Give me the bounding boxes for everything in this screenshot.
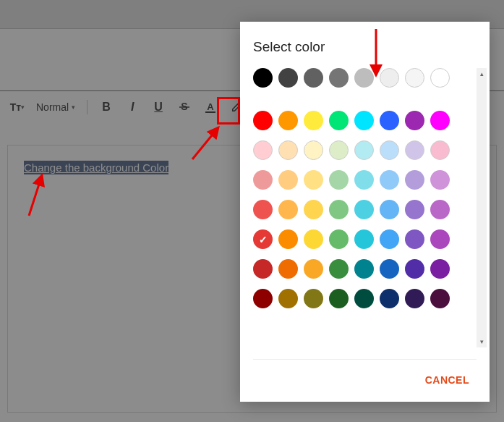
color-swatch[interactable] xyxy=(304,229,323,249)
scroll-track[interactable] xyxy=(477,80,487,336)
color-swatch[interactable] xyxy=(253,289,273,308)
color-swatch[interactable] xyxy=(278,111,298,130)
color-swatch[interactable] xyxy=(278,200,298,219)
color-swatch[interactable] xyxy=(405,259,424,279)
color-swatch[interactable] xyxy=(380,200,399,219)
color-swatch[interactable] xyxy=(329,229,349,249)
color-swatch[interactable] xyxy=(278,289,298,308)
color-swatch[interactable] xyxy=(278,140,298,160)
color-swatch[interactable] xyxy=(354,68,374,88)
color-swatch[interactable] xyxy=(380,229,399,249)
dialog-title: Select color xyxy=(253,39,477,55)
color-swatch[interactable] xyxy=(304,259,323,279)
color-swatch[interactable] xyxy=(354,111,374,130)
color-swatch[interactable] xyxy=(430,259,450,279)
color-picker-dialog: Select color ▴ ▾ CANCEL xyxy=(240,22,490,402)
color-swatch[interactable] xyxy=(278,170,298,190)
color-swatch[interactable] xyxy=(354,140,374,160)
palette-row xyxy=(253,68,477,88)
color-swatch[interactable] xyxy=(354,259,374,279)
color-swatch[interactable] xyxy=(380,170,399,190)
color-swatch[interactable] xyxy=(405,229,424,249)
color-swatch[interactable] xyxy=(253,229,273,249)
color-swatch[interactable] xyxy=(253,111,273,130)
palette-row xyxy=(253,111,477,130)
color-swatch[interactable] xyxy=(329,140,349,160)
color-palette xyxy=(253,68,477,308)
scrollbar[interactable]: ▴ ▾ xyxy=(477,68,487,347)
color-swatch[interactable] xyxy=(430,170,450,190)
scroll-down-button[interactable]: ▾ xyxy=(477,336,487,347)
dialog-footer: CANCEL xyxy=(253,359,477,390)
color-swatch[interactable] xyxy=(253,140,273,160)
color-swatch[interactable] xyxy=(405,111,424,130)
color-swatch[interactable] xyxy=(380,140,399,160)
color-swatch[interactable] xyxy=(430,111,450,130)
color-swatch[interactable] xyxy=(253,170,273,190)
palette-row xyxy=(253,200,477,219)
palette-row xyxy=(253,289,477,308)
color-swatch[interactable] xyxy=(304,289,323,308)
color-swatch[interactable] xyxy=(380,68,399,88)
color-swatch[interactable] xyxy=(329,68,349,88)
color-swatch[interactable] xyxy=(354,289,374,308)
color-swatch[interactable] xyxy=(354,200,374,219)
color-swatch[interactable] xyxy=(304,170,323,190)
palette-row xyxy=(253,229,477,249)
color-swatch[interactable] xyxy=(329,259,349,279)
color-swatch[interactable] xyxy=(430,229,450,249)
color-swatch[interactable] xyxy=(430,200,450,219)
color-swatch[interactable] xyxy=(304,200,323,219)
color-swatch[interactable] xyxy=(430,289,450,308)
color-swatch[interactable] xyxy=(405,170,424,190)
scroll-up-button[interactable]: ▴ xyxy=(477,68,487,80)
color-swatch[interactable] xyxy=(329,111,349,130)
color-swatch[interactable] xyxy=(430,68,450,88)
color-swatch[interactable] xyxy=(304,68,323,88)
color-swatch[interactable] xyxy=(405,289,424,308)
color-swatch[interactable] xyxy=(278,68,298,88)
color-swatch[interactable] xyxy=(380,259,399,279)
color-swatch[interactable] xyxy=(329,200,349,219)
color-swatch[interactable] xyxy=(405,140,424,160)
color-swatch[interactable] xyxy=(354,170,374,190)
color-swatch[interactable] xyxy=(405,68,424,88)
color-swatch[interactable] xyxy=(329,170,349,190)
color-swatch[interactable] xyxy=(278,229,298,249)
color-swatch[interactable] xyxy=(380,111,399,130)
palette-row xyxy=(253,140,477,160)
palette-row xyxy=(253,170,477,190)
cancel-button[interactable]: CANCEL xyxy=(418,370,477,390)
color-swatch[interactable] xyxy=(354,229,374,249)
color-swatch[interactable] xyxy=(329,289,349,308)
color-swatch[interactable] xyxy=(253,259,273,279)
color-swatch[interactable] xyxy=(405,200,424,219)
color-swatch[interactable] xyxy=(304,140,323,160)
color-swatch[interactable] xyxy=(430,140,450,160)
color-swatch[interactable] xyxy=(278,259,298,279)
color-swatch[interactable] xyxy=(253,200,273,219)
color-swatch[interactable] xyxy=(380,289,399,308)
color-swatch[interactable] xyxy=(304,111,323,130)
palette-row xyxy=(253,259,477,279)
color-swatch[interactable] xyxy=(253,68,273,88)
